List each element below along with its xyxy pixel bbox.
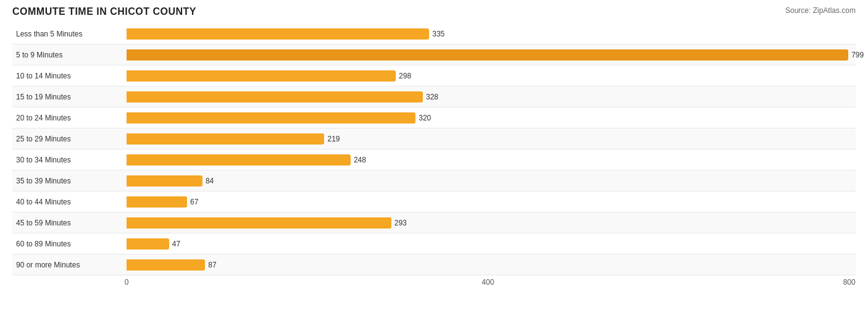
bar-value-text: 298 (399, 72, 411, 80)
bar-container: 87 (127, 258, 856, 272)
bar: 298 (127, 70, 396, 82)
bar-row: 5 to 9 Minutes799 (12, 44, 856, 65)
bar-value-text: 799 (851, 51, 864, 59)
bar-row: 30 to 34 Minutes248 (12, 149, 856, 170)
chart-title: COMMUTE TIME IN CHICOT COUNTY (12, 6, 196, 17)
source-label: Source: ZipAtlas.com (785, 6, 856, 15)
bar: 328 (127, 91, 423, 103)
bar-container: 219 (127, 132, 856, 146)
bar-label: 40 to 44 Minutes (12, 198, 127, 206)
bar-value-text: 84 (206, 177, 214, 185)
bar-label: 15 to 19 Minutes (12, 93, 127, 101)
bar-row: 90 or more Minutes87 (12, 254, 856, 275)
bar-container: 298 (127, 69, 856, 83)
bar-value-text: 293 (394, 219, 407, 227)
bar-value-text: 219 (327, 135, 340, 143)
bar-container: 328 (127, 90, 856, 104)
bar-value-text: 87 (208, 261, 216, 269)
bar: 799 (127, 49, 848, 61)
x-axis: 0400800 (12, 278, 856, 290)
bar-label: 35 to 39 Minutes (12, 177, 127, 185)
bar-row: 35 to 39 Minutes84 (12, 170, 856, 191)
bar-row: 45 to 59 Minutes293 (12, 212, 856, 233)
bar-label: 30 to 34 Minutes (12, 156, 127, 164)
bar-label: 60 to 89 Minutes (12, 240, 127, 248)
bar-container: 335 (127, 27, 856, 41)
bar-row: 10 to 14 Minutes298 (12, 65, 856, 86)
bar-row: 25 to 29 Minutes219 (12, 128, 856, 149)
bar: 84 (127, 175, 202, 187)
bar-value-text: 248 (354, 156, 366, 164)
bar-row: 60 to 89 Minutes47 (12, 233, 856, 254)
bar-label: 20 to 24 Minutes (12, 114, 127, 122)
bar-label: 10 to 14 Minutes (12, 72, 127, 80)
bar-container: 293 (127, 216, 856, 230)
bar-label: 90 or more Minutes (12, 261, 127, 269)
bar: 219 (127, 133, 324, 145)
bar: 335 (127, 28, 429, 40)
bar-container: 47 (127, 237, 856, 251)
x-axis-tick-label: 800 (843, 278, 856, 287)
bar: 320 (127, 112, 415, 124)
bar: 47 (127, 238, 169, 250)
bar-value-text: 328 (426, 93, 438, 101)
bar-container: 320 (127, 111, 856, 125)
bar: 67 (127, 196, 187, 208)
bar-label: 5 to 9 Minutes (12, 51, 127, 59)
x-axis-tick-label: 400 (482, 278, 494, 287)
bar-row: 15 to 19 Minutes328 (12, 86, 856, 107)
bar-label: 25 to 29 Minutes (12, 135, 127, 143)
bar: 248 (127, 154, 351, 166)
bar-container: 84 (127, 174, 856, 188)
bar-value-text: 320 (419, 114, 431, 122)
bar: 293 (127, 217, 391, 229)
bar-value-text: 67 (190, 198, 198, 206)
bar-row: Less than 5 Minutes335 (12, 23, 856, 44)
bar-row: 40 to 44 Minutes67 (12, 191, 856, 212)
bar-value-text: 335 (432, 30, 444, 38)
bar-label: 45 to 59 Minutes (12, 219, 127, 227)
x-axis-tick-label: 0 (125, 278, 129, 287)
bar-label: Less than 5 Minutes (12, 30, 127, 38)
bar: 87 (127, 259, 205, 271)
bar-container: 67 (127, 195, 856, 209)
bar-container: 799 (127, 48, 856, 62)
bar-container: 248 (127, 153, 856, 167)
chart-area: Less than 5 Minutes3355 to 9 Minutes7991… (12, 23, 856, 275)
bar-row: 20 to 24 Minutes320 (12, 107, 856, 128)
bar-value-text: 47 (172, 240, 180, 248)
